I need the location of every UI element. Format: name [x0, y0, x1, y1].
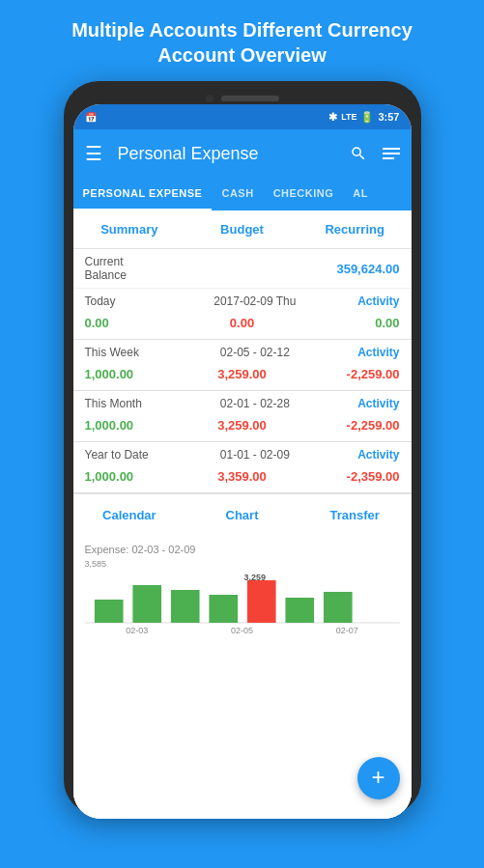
ytd-net-col: -2,359.00 [295, 467, 400, 485]
week-activity[interactable]: Activity [357, 346, 399, 359]
ytd-income: 1,000.00 [85, 469, 134, 484]
today-expense-col: 0.00 [189, 314, 295, 331]
time-display: 3:57 [378, 111, 399, 123]
hamburger-menu-button[interactable] [85, 142, 102, 165]
week-values: 1,000.00 3,259.00 -2,259.00 [73, 361, 412, 391]
app-bar: Personal Expense [73, 129, 412, 178]
phone-frame: 📅 ✱ LTE 🔋 3:57 Personal Expense [64, 81, 421, 815]
chart-bar-1 [94, 600, 123, 623]
chart-bar-value: 3,259 [244, 573, 267, 582]
status-right: ✱ LTE 🔋 3:57 [328, 111, 399, 124]
chart-x-labels: 02-03 02-05 02-07 [85, 624, 400, 637]
today-date: 2017-02-09 Thu [153, 294, 358, 308]
month-expense: 3,259.00 [217, 418, 267, 433]
calendar-button[interactable]: Calendar [73, 502, 186, 528]
tab-checking[interactable]: CHECKING [264, 178, 344, 210]
status-left: 📅 [85, 112, 97, 123]
balance-label: Current Balance [85, 255, 153, 282]
week-income-col: 1,000.00 [85, 365, 190, 382]
chart-bar-4 [209, 595, 238, 623]
chart-bar-5-red [246, 580, 275, 623]
week-net: -2,259.00 [347, 367, 400, 381]
tab-budget[interactable]: Budget [185, 210, 299, 248]
tab-cash[interactable]: CASH [212, 178, 263, 210]
ytd-header: Year to Date 01-01 - 02-09 Activity [73, 442, 412, 463]
chart-button[interactable]: Chart [185, 502, 299, 528]
week-label: This Week [85, 346, 153, 359]
chart-bar-7 [323, 592, 352, 623]
chart-x-label-1: 02-03 [126, 626, 148, 635]
current-balance-row: Current Balance 359,624.00 [73, 249, 412, 289]
chart-x-label-3: 02-07 [336, 626, 358, 635]
speaker [221, 96, 279, 101]
ytd-income-col: 1,000.00 [85, 467, 190, 485]
phone-screen: 📅 ✱ LTE 🔋 3:57 Personal Expense [73, 104, 412, 819]
week-header: This Week 02-05 - 02-12 Activity [73, 340, 412, 361]
ytd-expense: 3,359.00 [217, 469, 267, 484]
ytd-values: 1,000.00 3,359.00 -2,359.00 [73, 463, 412, 493]
today-net-col: 0.00 [295, 314, 400, 331]
month-income-col: 1,000.00 [85, 416, 190, 434]
tab-personal-expense[interactable]: PERSONAL EXPENSE [73, 178, 213, 210]
fab-add-button[interactable]: + [357, 757, 400, 799]
month-values: 1,000.00 3,259.00 -2,259.00 [73, 412, 412, 442]
month-date: 02-01 - 02-28 [153, 397, 358, 410]
month-activity[interactable]: Activity [357, 397, 399, 410]
week-expense-col: 3,259.00 [189, 365, 295, 382]
chart-y-value: 3,585 [85, 559, 107, 569]
calendar-status-icon: 📅 [85, 112, 97, 123]
battery-icon: 🔋 [360, 111, 374, 124]
month-net-col: -2,259.00 [295, 416, 400, 434]
chart-x-label-2: 02-05 [231, 626, 253, 635]
ytd-label: Year to Date [85, 448, 153, 462]
week-income: 1,000.00 [85, 367, 134, 381]
chart-svg [85, 571, 400, 624]
chart-section: Expense: 02-03 - 02-09 3,585 [73, 536, 412, 819]
content-area: Summary Budget Recurring Current Balance… [73, 210, 412, 819]
filter-icon [383, 148, 400, 159]
lte-icon: LTE [341, 112, 356, 122]
chart-bar-6 [285, 598, 314, 623]
app-bar-icons [350, 145, 400, 162]
ytd-expense-col: 3,359.00 [189, 467, 295, 485]
filter-menu-button[interactable] [383, 148, 400, 159]
ytd-net: -2,359.00 [347, 469, 400, 484]
chart-bar-3 [170, 590, 199, 623]
search-button[interactable] [350, 145, 367, 162]
camera [206, 95, 214, 102]
today-income: 0.00 [85, 316, 109, 330]
week-expense: 3,259.00 [217, 367, 267, 381]
transfer-button[interactable]: Transfer [299, 502, 412, 528]
tab-summary[interactable]: Summary [73, 210, 186, 248]
page-header: Multiple Accounts Different Currency Acc… [52, 0, 432, 81]
month-net: -2,259.00 [347, 418, 400, 433]
bluetooth-icon: ✱ [328, 111, 337, 124]
tab-al[interactable]: AL [343, 178, 378, 210]
balance-value: 359,624.00 [336, 262, 399, 276]
bottom-actions: Calendar Chart Transfer [73, 493, 412, 536]
week-net-col: -2,259.00 [295, 365, 400, 382]
today-activity[interactable]: Activity [357, 294, 399, 308]
today-expense: 0.00 [230, 316, 254, 330]
phone-notch [73, 91, 412, 104]
ytd-activity[interactable]: Activity [357, 448, 399, 462]
tab-recurring[interactable]: Recurring [299, 210, 412, 248]
today-label: Today [85, 294, 153, 308]
month-header: This Month 02-01 - 02-28 Activity [73, 391, 412, 412]
month-expense-col: 3,259.00 [189, 416, 295, 434]
week-date: 02-05 - 02-12 [153, 346, 358, 359]
today-net: 0.00 [375, 316, 399, 330]
month-label: This Month [85, 397, 153, 410]
ytd-date: 01-01 - 02-09 [153, 448, 358, 462]
summary-tabs: Summary Budget Recurring [73, 210, 412, 249]
month-income: 1,000.00 [85, 418, 134, 433]
chart-label: Expense: 02-03 - 02-09 [85, 544, 400, 555]
today-values: 0.00 0.00 0.00 [73, 310, 412, 340]
today-header: Today 2017-02-09 Thu Activity [73, 289, 412, 310]
account-tabs: PERSONAL EXPENSE CASH CHECKING AL [73, 178, 412, 210]
fab-plus-icon: + [371, 766, 384, 789]
chart-bar-2 [132, 585, 161, 623]
today-income-col: 0.00 [85, 314, 190, 331]
app-title: Personal Expense [118, 144, 350, 164]
status-bar: 📅 ✱ LTE 🔋 3:57 [73, 104, 412, 129]
